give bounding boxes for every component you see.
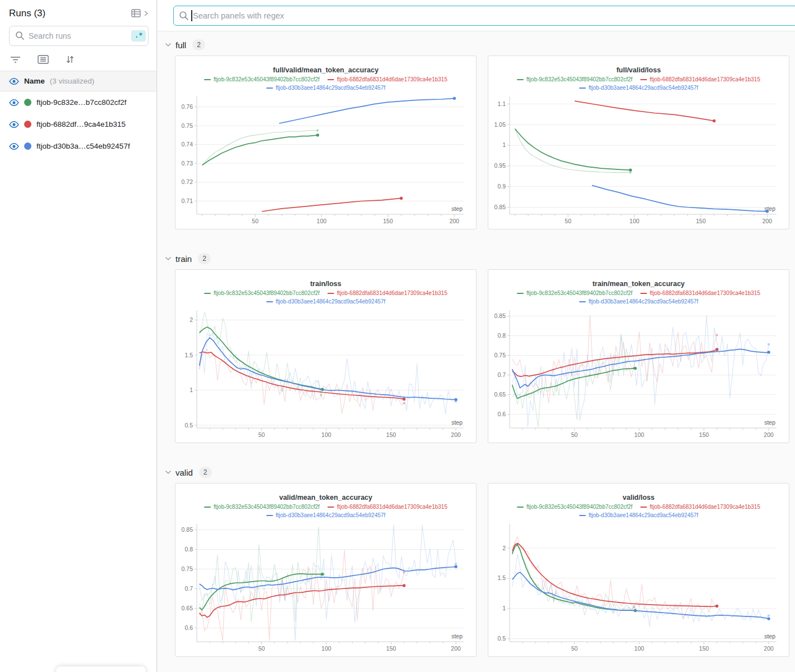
legend-swatch bbox=[266, 301, 273, 302]
chart-panel[interactable]: valid/loss ftjob-9c832e53c45043f89402bb7… bbox=[488, 483, 789, 657]
legend-swatch bbox=[579, 88, 586, 89]
legend-run-id: ftjob-d30b3aee14864c29acd9ac54eb92457f bbox=[589, 298, 699, 306]
visibility-eye-icon[interactable] bbox=[9, 142, 19, 150]
section-label[interactable]: full bbox=[175, 40, 186, 50]
chart-title: valid/mean_token_accuracy bbox=[180, 494, 472, 501]
run-row[interactable]: ftjob-d30b3a…c54eb92457f bbox=[0, 135, 156, 157]
chevron-down-icon[interactable] bbox=[165, 256, 172, 261]
line-chart[interactable]: 21.510.550100150200step bbox=[178, 307, 469, 441]
run-row[interactable]: ftjob-6882df…9ca4e1b315 bbox=[0, 113, 156, 135]
chart-panel[interactable]: full/valid/mean_token_accuracy ftjob-9c8… bbox=[175, 56, 477, 229]
section-label[interactable]: train bbox=[175, 254, 192, 264]
line-chart[interactable]: 0.760.750.740.730.720.7150100150200step bbox=[178, 93, 469, 228]
svg-text:1: 1 bbox=[502, 141, 506, 148]
line-chart[interactable]: 0.850.80.750.70.650.650100150200step bbox=[491, 307, 782, 441]
legend-item[interactable]: ftjob-6882dfa6831d4d6dae17309ca4e1b315 bbox=[327, 503, 447, 511]
legend-item[interactable]: ftjob-9c832e53c45043f89402bb7cc802cf2f bbox=[204, 76, 320, 84]
svg-text:200: 200 bbox=[451, 645, 461, 652]
svg-text:200: 200 bbox=[764, 645, 774, 652]
svg-text:100: 100 bbox=[321, 431, 331, 438]
legend-item[interactable]: ftjob-6882dfa6831d4d6dae17309ca4e1b315 bbox=[640, 76, 760, 84]
legend-item[interactable]: ftjob-9c832e53c45043f89402bb7cc802cf2f bbox=[204, 503, 320, 511]
panel-search-input[interactable] bbox=[173, 6, 795, 26]
visibility-eye-icon[interactable] bbox=[9, 77, 19, 85]
chart-panel[interactable]: full/valid/loss ftjob-9c832e53c45043f894… bbox=[488, 56, 789, 229]
run-name[interactable]: ftjob-9c832e…b7cc802cf2f bbox=[36, 98, 127, 107]
svg-text:0.76: 0.76 bbox=[182, 103, 193, 110]
legend-swatch bbox=[517, 79, 524, 80]
columns-icon[interactable] bbox=[38, 55, 49, 64]
run-name[interactable]: ftjob-d30b3a…c54eb92457f bbox=[36, 142, 130, 150]
svg-text:100: 100 bbox=[321, 645, 331, 652]
section-header[interactable]: valid 2 bbox=[165, 467, 795, 478]
svg-text:0.95: 0.95 bbox=[494, 162, 506, 169]
run-color-dot bbox=[24, 99, 31, 106]
svg-text:0.74: 0.74 bbox=[182, 141, 193, 148]
svg-text:150: 150 bbox=[696, 218, 706, 224]
legend-run-id: ftjob-6882dfa6831d4d6dae17309ca4e1b315 bbox=[337, 289, 447, 297]
legend-swatch bbox=[266, 88, 273, 89]
run-row[interactable]: ftjob-9c832e…b7cc802cf2f bbox=[0, 91, 156, 113]
legend-item[interactable]: ftjob-d30b3aee14864c29acd9ac54eb92457f bbox=[266, 84, 386, 92]
legend-item[interactable]: ftjob-9c832e53c45043f89402bb7cc802cf2f bbox=[517, 76, 632, 84]
chart-legend: ftjob-9c832e53c45043f89402bb7cc802cf2fft… bbox=[180, 76, 472, 92]
run-name[interactable]: ftjob-6882df…9ca4e1b315 bbox=[36, 120, 126, 128]
line-chart[interactable]: 0.850.80.750.70.650.650100150200step bbox=[178, 521, 469, 655]
section-header[interactable]: full 2 bbox=[165, 39, 795, 50]
chevron-down-icon[interactable] bbox=[165, 470, 172, 475]
legend-item[interactable]: ftjob-9c832e53c45043f89402bb7cc802cf2f bbox=[204, 289, 320, 297]
chart-panel[interactable]: valid/mean_token_accuracy ftjob-9c832e53… bbox=[175, 483, 477, 657]
section-header[interactable]: train 2 bbox=[165, 253, 795, 264]
search-icon bbox=[179, 11, 189, 23]
legend-item[interactable]: ftjob-9c832e53c45043f89402bb7cc802cf2f bbox=[517, 289, 632, 297]
section-label[interactable]: valid bbox=[175, 468, 193, 477]
legend-item[interactable]: ftjob-9c832e53c45043f89402bb7cc802cf2f bbox=[517, 503, 632, 511]
legend-item[interactable]: ftjob-d30b3aee14864c29acd9ac54eb92457f bbox=[579, 512, 699, 519]
runs-search-input[interactable] bbox=[10, 31, 131, 41]
legend-item[interactable]: ftjob-d30b3aee14864c29acd9ac54eb92457f bbox=[266, 512, 386, 519]
visibility-eye-icon[interactable] bbox=[9, 99, 19, 107]
legend-run-id: ftjob-9c832e53c45043f89402bb7cc802cf2f bbox=[214, 503, 320, 511]
svg-text:0.9: 0.9 bbox=[497, 183, 506, 190]
svg-text:0.65: 0.65 bbox=[182, 605, 193, 611]
text-caret bbox=[191, 10, 192, 21]
chart-panel[interactable]: train/mean_token_accuracy ftjob-9c832e53… bbox=[488, 269, 789, 443]
legend-swatch bbox=[327, 79, 334, 80]
regex-toggle-button[interactable]: .* bbox=[131, 30, 146, 42]
legend-item[interactable]: ftjob-6882dfa6831d4d6dae17309ca4e1b315 bbox=[640, 503, 760, 511]
legend-item[interactable]: ftjob-d30b3aee14864c29acd9ac54eb92457f bbox=[579, 84, 699, 92]
svg-text:100: 100 bbox=[317, 218, 327, 224]
legend-run-id: ftjob-d30b3aee14864c29acd9ac54eb92457f bbox=[589, 512, 699, 519]
legend-run-id: ftjob-9c832e53c45043f89402bb7cc802cf2f bbox=[214, 289, 320, 297]
runs-title: Runs (3) bbox=[9, 8, 45, 19]
legend-item[interactable]: ftjob-6882dfa6831d4d6dae17309ca4e1b315 bbox=[327, 76, 447, 84]
svg-text:0.7: 0.7 bbox=[184, 585, 193, 592]
legend-swatch bbox=[640, 293, 647, 294]
svg-text:1: 1 bbox=[189, 386, 193, 393]
svg-text:0.71: 0.71 bbox=[182, 197, 193, 204]
chart-title: full/valid/loss bbox=[493, 66, 784, 74]
chevron-down-icon[interactable] bbox=[165, 43, 172, 47]
legend-run-id: ftjob-6882dfa6831d4d6dae17309ca4e1b315 bbox=[650, 289, 760, 297]
section-full: full 2 full/valid/mean_token_accuracy ft… bbox=[158, 39, 795, 229]
legend-item[interactable]: ftjob-6882dfa6831d4d6dae17309ca4e1b315 bbox=[327, 289, 447, 297]
legend-item[interactable]: ftjob-d30b3aee14864c29acd9ac54eb92457f bbox=[579, 298, 699, 306]
runs-table-icon[interactable] bbox=[131, 9, 142, 18]
visibility-eye-icon[interactable] bbox=[9, 121, 19, 128]
svg-text:0.72: 0.72 bbox=[182, 178, 193, 185]
filter-icon[interactable] bbox=[10, 56, 21, 64]
sort-icon[interactable] bbox=[66, 55, 75, 64]
line-chart[interactable]: 21.510.550100150200step bbox=[491, 521, 782, 655]
svg-text:step: step bbox=[764, 419, 775, 426]
line-chart[interactable]: 1.11.0510.950.90.8550100150200step bbox=[491, 93, 782, 228]
chart-panel[interactable]: train/loss ftjob-9c832e53c45043f89402bb7… bbox=[175, 269, 477, 443]
chart-title: valid/loss bbox=[493, 494, 784, 501]
svg-text:1.5: 1.5 bbox=[184, 352, 193, 358]
expand-chevron-icon[interactable] bbox=[144, 10, 149, 17]
legend-item[interactable]: ftjob-d30b3aee14864c29acd9ac54eb92457f bbox=[266, 298, 386, 306]
legend-swatch bbox=[517, 293, 524, 294]
legend-run-id: ftjob-6882dfa6831d4d6dae17309ca4e1b315 bbox=[650, 503, 760, 511]
svg-text:1.1: 1.1 bbox=[497, 100, 506, 107]
legend-run-id: ftjob-6882dfa6831d4d6dae17309ca4e1b315 bbox=[337, 503, 447, 511]
legend-item[interactable]: ftjob-6882dfa6831d4d6dae17309ca4e1b315 bbox=[640, 289, 760, 297]
